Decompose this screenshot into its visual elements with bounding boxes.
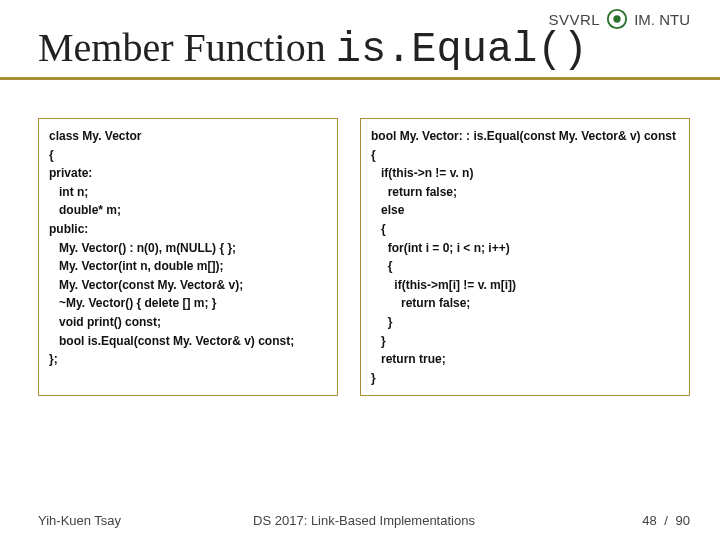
code-box-left: class My. Vector { private: int n; doubl…: [38, 118, 338, 396]
title-prefix: Member Function: [38, 25, 336, 70]
title-underline: [0, 77, 720, 80]
footer: Yih-Kuen Tsay DS 2017: Link-Based Implem…: [38, 513, 690, 528]
slide-title: Member Function is.Equal(): [38, 24, 588, 74]
title-code: is.Equal(): [336, 26, 588, 74]
footer-course: DS 2017: Link-Based Implementations: [38, 513, 690, 528]
code-box-right: bool My. Vector: : is.Equal(const My. Ve…: [360, 118, 690, 396]
slide: SVVRL IM. NTU Member Function is.Equal()…: [0, 0, 720, 540]
code-boxes: class My. Vector { private: int n; doubl…: [38, 118, 690, 396]
svg-point-1: [614, 15, 621, 22]
ntu-logo-icon: [606, 8, 628, 30]
imntu-label: IM. NTU: [634, 11, 690, 28]
